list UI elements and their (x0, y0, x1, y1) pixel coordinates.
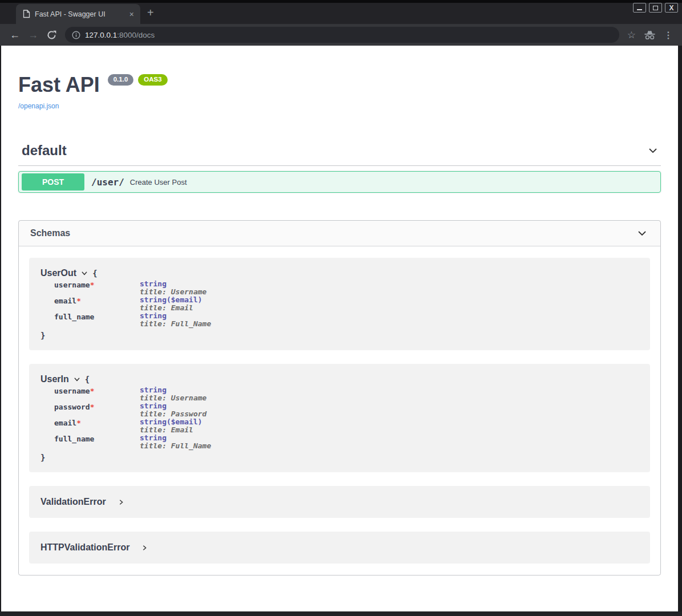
model-name: ValidationError (40, 497, 106, 507)
reload-icon (47, 30, 56, 40)
openapi-spec-link[interactable]: /openapi.json (18, 102, 59, 110)
endpoint-summary: Create User Post (130, 178, 187, 187)
model-name: UserOut (40, 268, 76, 278)
window-bottom-edge (0, 611, 682, 616)
version-badge: 0.1.0 (108, 74, 134, 86)
schemas-section: Schemas UserOut { username* (18, 220, 661, 576)
model-properties: username* string title: Username email* … (54, 280, 639, 328)
endpoint-post-user[interactable]: POST /user/ Create User Post (18, 171, 661, 193)
property-definition: string title: Full_Name (140, 312, 211, 328)
model-validationerror-title-row[interactable]: ValidationError (40, 496, 639, 508)
property-definition: string($email) title: Email (140, 418, 202, 434)
close-brace: } (40, 453, 639, 462)
model-userin-title-row[interactable]: UserIn { (40, 374, 639, 384)
model-name: UserIn (40, 374, 69, 384)
property-definition: string title: Username (140, 386, 206, 402)
model-validationerror[interactable]: ValidationError (29, 486, 650, 518)
schemas-title: Schemas (30, 228, 70, 238)
property-name: username* (54, 280, 140, 296)
open-brace: { (92, 269, 97, 278)
model-properties: username* string title: Username passwor… (54, 386, 639, 450)
tab-strip: Fast API - Swagger UI × + X (0, 0, 682, 24)
site-info-icon[interactable] (72, 31, 80, 39)
browser-chrome: Fast API - Swagger UI × + X ← → 127.0.0.… (0, 0, 682, 46)
model-userout-title-row[interactable]: UserOut { (40, 268, 639, 278)
chevron-down-icon[interactable] (73, 375, 81, 383)
property-title: title: Full_Name (140, 320, 211, 328)
property-name: email* (54, 418, 140, 434)
property-type: string (140, 312, 211, 320)
open-brace: { (85, 375, 90, 384)
tag-section-default: default POST /user/ Create User Post (18, 143, 661, 193)
api-info: Fast API 0.1.0 OAS3 /openapi.json (18, 46, 661, 111)
api-badges: 0.1.0 OAS3 (108, 74, 168, 86)
property-title: title: Full_Name (140, 442, 211, 450)
property-type: string (140, 280, 206, 288)
chevron-down-icon[interactable] (80, 269, 88, 277)
property-definition: string title: Username (140, 280, 206, 296)
required-star: * (90, 281, 95, 289)
property-definition: string title: Password (140, 402, 206, 418)
tab-title: Fast API - Swagger UI (35, 10, 123, 18)
property-name: username* (54, 386, 140, 402)
tab-close-icon[interactable]: × (128, 10, 136, 18)
reload-button[interactable] (43, 27, 59, 43)
model-name: HTTPValidationError (40, 542, 129, 553)
http-method-badge: POST (22, 173, 84, 191)
api-title-row: Fast API 0.1.0 OAS3 (18, 73, 661, 97)
maximize-icon (653, 6, 658, 10)
toolbar-right-icons: ☆ ⋮ (625, 29, 675, 41)
tag-section-header[interactable]: default (18, 143, 661, 166)
window-controls: X (633, 3, 678, 13)
chevron-right-icon[interactable] (141, 544, 148, 552)
page-title: Fast API (18, 73, 100, 97)
property-type: string($email) (140, 418, 202, 426)
property-type: string (140, 434, 211, 442)
address-bar[interactable]: 127.0.0.1:8000/docs (65, 27, 619, 43)
close-button[interactable]: X (665, 3, 678, 13)
property-row: full_name string title: Full_Name (54, 434, 639, 450)
property-name: password* (54, 402, 140, 418)
property-name: full_name (54, 434, 140, 450)
property-row: full_name string title: Full_Name (54, 312, 639, 328)
browser-tab[interactable]: Fast API - Swagger UI × (16, 4, 140, 24)
close-icon: X (669, 5, 673, 11)
property-title: title: Password (140, 410, 206, 418)
property-name: email* (54, 296, 140, 312)
endpoint-path: /user/ (91, 177, 124, 188)
property-definition: string($email) title: Email (140, 296, 202, 312)
maximize-button[interactable] (649, 3, 662, 13)
bookmark-star-icon[interactable]: ☆ (627, 29, 636, 41)
schemas-header[interactable]: Schemas (19, 221, 660, 246)
property-definition: string title: Full_Name (140, 434, 211, 450)
model-httpvalidationerror[interactable]: HTTPValidationError (29, 532, 650, 564)
model-userin: UserIn { username* string title: Usernam… (29, 364, 650, 472)
chevron-right-icon[interactable] (117, 499, 125, 506)
new-tab-button[interactable]: + (147, 7, 154, 18)
property-row: password* string title: Password (54, 402, 639, 418)
page-content: Fast API 0.1.0 OAS3 /openapi.json defaul… (1, 46, 678, 611)
model-httpvalidationerror-title-row[interactable]: HTTPValidationError (40, 542, 639, 553)
chevron-down-icon[interactable] (646, 144, 660, 157)
minimize-button[interactable] (633, 3, 646, 13)
tag-section-title: default (22, 143, 67, 159)
forward-button[interactable]: → (25, 27, 41, 43)
back-button[interactable]: ← (7, 27, 23, 43)
incognito-icon (644, 30, 656, 40)
schemas-body: UserOut { username* string title: Userna… (19, 246, 660, 575)
menu-kebab-icon[interactable]: ⋮ (664, 30, 673, 40)
chevron-down-icon[interactable] (635, 226, 649, 240)
url-host: 127.0.0.1 (85, 31, 117, 39)
url-path: :8000/docs (117, 31, 155, 39)
property-name: full_name (54, 312, 140, 328)
property-row: username* string title: Username (54, 280, 639, 296)
required-star: * (90, 387, 95, 395)
browser-toolbar: ← → 127.0.0.1:8000/docs ☆ (0, 24, 682, 46)
window-top-edge (0, 0, 682, 3)
required-star: * (76, 419, 81, 427)
property-title: title: Email (140, 426, 202, 434)
property-row: email* string($email) title: Email (54, 296, 639, 312)
required-star: * (76, 297, 81, 305)
property-title: title: Username (140, 394, 206, 402)
property-title: title: Username (140, 288, 206, 296)
